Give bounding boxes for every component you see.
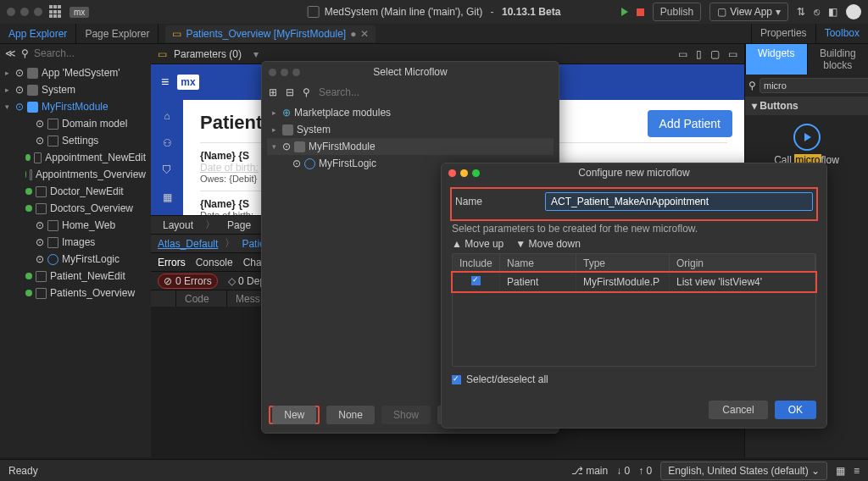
- tree-module[interactable]: ▾⊙MyFirstModule: [0, 98, 151, 115]
- tab-console[interactable]: Console: [196, 257, 233, 268]
- configure-microflow-dialog: Configure new microflow Name Select para…: [441, 163, 827, 428]
- tree-app[interactable]: ▸⊙App 'MedSystem': [0, 64, 151, 81]
- language-select[interactable]: English, United States (default) ⌄: [660, 462, 827, 480]
- view-app-button[interactable]: ▢ View App ▾: [709, 3, 788, 21]
- hint-text: Select parameters to be created for the …: [452, 223, 816, 235]
- users-icon[interactable]: ⚇: [163, 137, 172, 149]
- add-patient-button[interactable]: Add Patient: [648, 110, 732, 137]
- show-button: Show: [381, 406, 431, 424]
- mx-badge: mx: [70, 7, 89, 18]
- tree-item[interactable]: Doctors_Overview: [0, 200, 151, 217]
- search-icon: ⚲: [21, 47, 29, 59]
- expand-icon[interactable]: ⊞: [269, 86, 277, 98]
- none-button[interactable]: None: [326, 406, 375, 424]
- tree-item[interactable]: Appointment_NewEdit: [0, 149, 151, 166]
- window-controls[interactable]: [448, 169, 480, 177]
- search-icon: ⚲: [303, 86, 310, 98]
- window-controls[interactable]: [7, 8, 42, 16]
- tree-item[interactable]: ⊙Images: [0, 234, 151, 251]
- ok-button[interactable]: OK: [775, 401, 816, 419]
- tree-system[interactable]: ▸⊙System: [0, 81, 151, 98]
- table-row[interactable]: Patient MyFirstModule.P List view 'listV…: [453, 273, 815, 291]
- move-down-button: ▼ Move down: [515, 238, 581, 250]
- move-up-button: ▲ Move up: [452, 238, 504, 250]
- publish-button[interactable]: Publish: [653, 3, 701, 21]
- play-icon: [793, 124, 821, 151]
- tree-system[interactable]: ▸System: [267, 121, 554, 138]
- cloud-icon[interactable]: ⇅: [797, 6, 805, 18]
- page-icon: ▭: [172, 28, 181, 40]
- tree-item[interactable]: ⊙Home_Web: [0, 217, 151, 234]
- top-tabbar: App Explorer Page Explorer ▭ Patients_Ov…: [0, 24, 868, 44]
- search-icon: ⚲: [748, 80, 756, 91]
- collapse-icon[interactable]: ≪: [5, 47, 16, 59]
- tree-domain-model[interactable]: ⊙Domain model: [0, 115, 151, 132]
- tab-app-explorer[interactable]: App Explorer: [0, 24, 76, 43]
- device-icon[interactable]: ▭: [678, 48, 687, 60]
- tree-item[interactable]: Patients_Overview: [0, 285, 151, 301]
- device-icon[interactable]: ▢: [710, 48, 720, 60]
- error-badge[interactable]: ⊘ 0 Errors: [158, 274, 218, 289]
- avatar[interactable]: [846, 4, 861, 19]
- device-icon[interactable]: ▯: [696, 48, 702, 60]
- grid-icon[interactable]: ▦: [836, 465, 845, 477]
- project-tree: ▸⊙App 'MedSystem' ▸⊙System ▾⊙MyFirstModu…: [0, 63, 151, 303]
- document-tab[interactable]: ▭ Patients_Overview [MyFirstModule] ● ✕: [165, 25, 376, 42]
- tab-building-blocks[interactable]: Building blocks: [807, 44, 869, 75]
- apps-icon[interactable]: [49, 5, 63, 19]
- page-sidebar: ⌂ ⚇ ⛉ ▦: [151, 100, 183, 215]
- tree-item[interactable]: Patient_NewEdit: [0, 268, 151, 285]
- cancel-button[interactable]: Cancel: [709, 401, 767, 419]
- select-all-checkbox[interactable]: [452, 375, 461, 384]
- mx-logo: mx: [177, 75, 198, 90]
- search-input[interactable]: [34, 47, 161, 59]
- home-icon[interactable]: ⌂: [164, 110, 170, 122]
- tree-settings[interactable]: ⊙Settings: [0, 132, 151, 149]
- status-bar: Ready ⎇ main ↓ 0 ↑ 0 English, United Sta…: [0, 459, 868, 481]
- stop-icon[interactable]: [637, 8, 644, 16]
- tree-item[interactable]: Appointments_Overview: [0, 166, 151, 183]
- window-controls[interactable]: [269, 69, 300, 76]
- tree-item[interactable]: ⊙MyFirstLogic: [0, 251, 151, 268]
- tree-item[interactable]: Doctor_NewEdit: [0, 183, 151, 200]
- atlas-link[interactable]: Atlas_Default: [158, 238, 218, 250]
- tree-module[interactable]: ▾⊙MyFirstModule: [267, 138, 554, 155]
- tab-page-explorer[interactable]: Page Explorer: [76, 24, 159, 43]
- doc-icon: [308, 6, 320, 18]
- dialog-title: Select Microflow: [373, 66, 447, 78]
- titlebar: mx MedSystem (Main line ('main'), Git) -…: [0, 0, 868, 24]
- dialog-title: Configure new microflow: [578, 167, 689, 179]
- cart-icon[interactable]: ⎋: [814, 6, 820, 18]
- shield-icon[interactable]: ⛉: [162, 164, 172, 176]
- tree-marketplace[interactable]: ▸⊕Marketplace modules: [267, 104, 554, 121]
- new-button[interactable]: New: [272, 406, 316, 424]
- app-explorer-panel: ≪ ⚲ ▸⊙App 'MedSystem' ▸⊙System ▾⊙MyFirst…: [0, 44, 151, 457]
- close-icon[interactable]: ✕: [360, 28, 369, 40]
- tab-toolbox[interactable]: Toolbox: [815, 24, 868, 43]
- parameters-table: Include Name Type Origin Patient MyFirst…: [452, 253, 816, 367]
- include-checkbox[interactable]: [471, 276, 481, 285]
- branch-indicator[interactable]: ⎇ main: [571, 465, 608, 477]
- status-ready: Ready: [8, 465, 38, 477]
- microflow-search[interactable]: [319, 86, 552, 98]
- toolbox-search[interactable]: [760, 78, 868, 93]
- name-label: Name: [455, 196, 537, 207]
- calendar-icon[interactable]: ▦: [163, 191, 172, 203]
- list-icon[interactable]: ≡: [854, 465, 860, 477]
- tab-properties[interactable]: Properties: [751, 24, 815, 43]
- section-buttons: ▾ Buttons: [745, 97, 868, 115]
- tab-errors[interactable]: Errors: [158, 257, 186, 268]
- hamburger-icon[interactable]: ≡: [161, 75, 169, 90]
- tab-widgets[interactable]: Widgets: [745, 44, 807, 75]
- app-title: MedSystem (Main line ('main'), Git) - 10…: [308, 6, 561, 18]
- collapse-icon[interactable]: ⊟: [286, 86, 294, 98]
- run-icon[interactable]: [621, 8, 628, 16]
- microflow-name-input[interactable]: [545, 192, 813, 211]
- bell-icon[interactable]: ◧: [828, 6, 837, 18]
- device-icon[interactable]: ▭: [728, 48, 737, 60]
